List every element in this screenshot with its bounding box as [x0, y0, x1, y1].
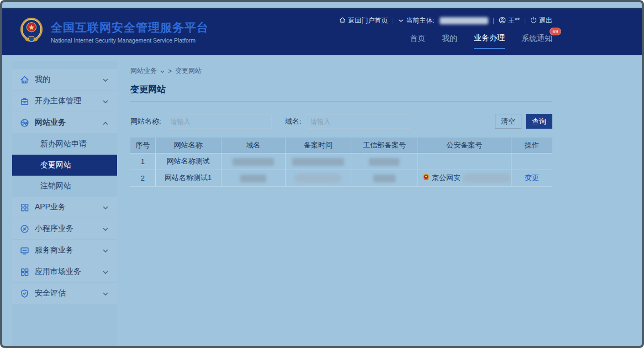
sidebar-item-label: 应用市场业务: [35, 267, 81, 277]
user-menu[interactable]: 王**: [499, 16, 520, 25]
cell-miit-number: [351, 153, 418, 170]
cell-miit-number: [351, 170, 418, 186]
filter-bar: 网站名称: 域名: 清空 查询: [130, 114, 552, 129]
sidebar-item-label: 网站业务: [35, 118, 66, 128]
sidebar-item-new-website-application[interactable]: 新办网站申请: [12, 134, 117, 155]
divider: [525, 18, 525, 24]
websites-table: 序号 网站名称 域名 备案时间 工信部备案号 公安备案号 操作 1 网站名称测试: [130, 138, 552, 187]
breadcrumb-website-business[interactable]: 网站业务: [130, 66, 157, 76]
chevron-down-icon: [103, 289, 108, 298]
sidebar-item-website-business[interactable]: 网站业务: [12, 112, 117, 133]
redacted-value: [240, 175, 266, 182]
nav-item-home[interactable]: 首页: [410, 34, 425, 49]
sidebar-item-cancel-website[interactable]: 注销网站: [12, 176, 117, 197]
sidebar-item-app-market-business[interactable]: 应用市场业务: [12, 261, 117, 282]
shield-icon: [20, 289, 29, 298]
sidebar-item-mine[interactable]: 我的: [12, 69, 117, 90]
chevron-down-icon: [103, 75, 108, 84]
cell-domain: [221, 170, 285, 186]
cell-site-name: 网站名称测试1: [155, 170, 221, 186]
col-site-name: 网站名称: [155, 138, 221, 153]
table-header-row: 序号 网站名称 域名 备案时间 工信部备案号 公安备案号 操作: [130, 138, 552, 153]
col-action: 操作: [511, 138, 552, 153]
power-icon: [530, 17, 537, 25]
sidebar-item-label: 我的: [35, 75, 50, 85]
redacted-value: [292, 158, 344, 166]
col-police-number: 公安备案号: [418, 138, 511, 153]
cell-filing-time: [285, 170, 351, 186]
nav-item-business[interactable]: 业务办理: [474, 33, 505, 49]
home-icon: [339, 17, 346, 25]
col-index: 序号: [130, 138, 155, 153]
sidebar-item-app-business[interactable]: APP业务: [12, 197, 117, 218]
header-banner: 全国互联网安全管理服务平台 National Internet Security…: [2, 8, 642, 55]
cell-police-number: [418, 153, 511, 170]
police-number-prefix: 京公网安: [432, 173, 461, 183]
divider: [393, 18, 393, 24]
nav-item-mine[interactable]: 我的: [442, 34, 457, 49]
cell-police-number: 京公网安: [418, 170, 511, 186]
domain-input[interactable]: [305, 114, 411, 129]
main-content: 网站业务 > 变更网站 变更网站 网站名称: 域名: 清空 查询: [130, 61, 552, 187]
sidebar-item-label: 小程序业务: [35, 224, 73, 234]
grid-icon: [20, 203, 29, 212]
globe-icon: [20, 118, 29, 128]
monitor-icon: [20, 246, 29, 255]
sidebar-item-label: 服务商业务: [35, 245, 73, 255]
sidebar-item-service-provider-business[interactable]: 服务商业务: [12, 240, 117, 261]
police-emblem-logo: [19, 17, 44, 46]
redacted-value: [294, 173, 341, 183]
sidebar-item-security-assessment[interactable]: 安全评估: [12, 283, 117, 304]
col-miit-number: 工信部备案号: [351, 138, 418, 153]
cell-domain: [221, 153, 285, 170]
cell-filing-time: [285, 153, 351, 170]
page-title: 变更网站: [130, 84, 552, 96]
current-subject-selector[interactable]: 当前主体:: [398, 16, 434, 25]
chevron-down-icon: [103, 97, 108, 106]
sidebar-submenu-website: 新办网站申请 变更网站 注销网站: [12, 134, 117, 197]
chevron-down-icon: [103, 246, 108, 255]
breadcrumb-separator: >: [168, 67, 172, 75]
redacted-value: [369, 158, 399, 166]
notification-badge: 69: [550, 28, 561, 35]
briefcase-icon: [20, 97, 29, 106]
user-icon: [499, 17, 506, 25]
sidebar-item-subject-management[interactable]: 开办主体管理: [12, 91, 117, 112]
site-name-input[interactable]: [166, 114, 272, 129]
compass-icon: [20, 224, 29, 234]
main-nav: 首页 我的 业务办理 系统通知 69: [410, 33, 552, 49]
query-button[interactable]: 查询: [526, 114, 552, 129]
redacted-value: [463, 173, 511, 183]
logout-button[interactable]: 退出: [530, 16, 552, 25]
sidebar-item-change-website[interactable]: 变更网站: [12, 155, 117, 176]
table-row: 1 网站名称测试: [130, 153, 552, 170]
sidebar: 我的 开办主体管理 网站业务 新办网站申请 变更网站: [12, 61, 117, 346]
chevron-down-icon: [103, 203, 108, 212]
cell-action: 变更: [511, 170, 552, 186]
col-filing-time: 备案时间: [285, 138, 351, 153]
sidebar-item-miniprogram-business[interactable]: 小程序业务: [12, 218, 117, 239]
breadcrumb-change-website: 变更网站: [175, 66, 202, 76]
sidebar-item-label: 安全评估: [35, 288, 66, 298]
change-link[interactable]: 变更: [525, 173, 539, 182]
cell-site-name: 网站名称测试: [155, 153, 221, 170]
chevron-up-icon: [103, 118, 108, 127]
chevron-down-icon: [398, 19, 404, 23]
clear-button[interactable]: 清空: [495, 114, 521, 129]
breadcrumb: 网站业务 > 变更网站: [130, 66, 552, 76]
cell-index: 1: [130, 153, 155, 170]
user-name: 王**: [508, 16, 520, 25]
police-badge-icon: [423, 173, 430, 182]
title-divider: [130, 101, 552, 102]
home-icon: [20, 75, 29, 85]
redacted-value: [233, 158, 274, 166]
col-domain: 域名: [221, 138, 285, 153]
chevron-down-icon: [160, 67, 165, 75]
chevron-down-icon: [103, 267, 108, 276]
site-name-label: 网站名称:: [130, 117, 161, 126]
nav-item-notifications[interactable]: 系统通知 69: [521, 34, 552, 49]
platform-subtitle: National Internet Security Management Se…: [51, 37, 209, 44]
table-row: 2 网站名称测试1 京公网安 变更: [130, 170, 552, 186]
divider: [493, 18, 494, 24]
portal-home-link[interactable]: 返回门户首页: [339, 16, 388, 25]
